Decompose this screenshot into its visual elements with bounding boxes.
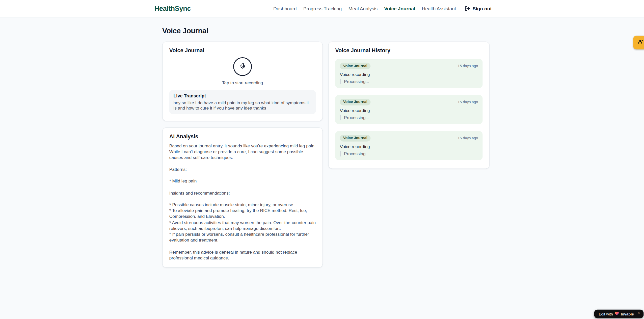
entry-header: Voice Journal 15 days ago: [340, 99, 478, 105]
sign-out-label: Sign out: [473, 6, 492, 11]
ai-analysis-title: AI Analysis: [169, 133, 316, 140]
entry-title: Voice recording: [340, 108, 478, 113]
top-navbar: HealthSync Dashboard Progress Tracking M…: [0, 0, 644, 17]
entry-type-badge: Voice Journal: [340, 63, 371, 69]
entry-header: Voice Journal 15 days ago: [340, 63, 478, 69]
tap-to-record-hint: Tap to start recording: [222, 80, 263, 85]
primary-nav: Dashboard Progress Tracking Meal Analysi…: [273, 6, 492, 11]
ai-analysis-card: AI Analysis Based on your journal entry,…: [162, 127, 323, 268]
edit-with-lovable-badge[interactable]: Edit with lovable ×: [594, 310, 644, 318]
lovable-prefix-label: Edit with: [599, 312, 613, 316]
voice-recorder-card: Voice Journal Tap to start rec: [162, 41, 323, 121]
nav-item-meal-analysis[interactable]: Meal Analysis: [348, 6, 378, 11]
recorder-area: Tap to start recording: [169, 57, 316, 85]
entry-header: Voice Journal 15 days ago: [340, 135, 478, 141]
caret-logo-icon: [637, 39, 643, 46]
recorder-card-title: Voice Journal: [169, 47, 316, 54]
microphone-icon: [239, 63, 246, 70]
nav-item-progress-tracking[interactable]: Progress Tracking: [303, 6, 342, 11]
brand-logo[interactable]: HealthSync: [154, 5, 191, 12]
entry-title: Voice recording: [340, 144, 478, 149]
nav-item-voice-journal[interactable]: Voice Journal: [384, 6, 415, 11]
navbar-inner: HealthSync Dashboard Progress Tracking M…: [154, 5, 492, 12]
history-entry[interactable]: Voice Journal 15 days ago Voice recordin…: [335, 95, 483, 124]
entry-type-badge: Voice Journal: [340, 99, 371, 105]
history-entry[interactable]: Voice Journal 15 days ago Voice recordin…: [335, 59, 483, 88]
assistant-floating-badge[interactable]: [633, 36, 644, 49]
entry-title: Voice recording: [340, 72, 478, 77]
entry-timestamp: 15 days ago: [458, 100, 478, 104]
entry-status: Processing...: [340, 79, 478, 84]
voice-journal-history-card: Voice Journal History Voice Journal 15 d…: [328, 41, 490, 169]
record-button[interactable]: [233, 57, 252, 76]
history-entry[interactable]: Voice Journal 15 days ago Voice recordin…: [335, 131, 483, 160]
app-window: HealthSync Dashboard Progress Tracking M…: [0, 0, 644, 319]
live-transcript-title: Live Transcript: [173, 93, 312, 98]
live-transcript-box: Live Transcript hey so like I do have a …: [169, 90, 316, 114]
content-grid: Voice Journal Tap to start rec: [162, 41, 489, 268]
lovable-brand-label: lovable: [621, 312, 634, 316]
history-card-title: Voice Journal History: [335, 47, 483, 54]
entry-timestamp: 15 days ago: [458, 64, 478, 68]
main-content: Voice Journal Voice Journal: [162, 26, 489, 268]
entry-type-badge: Voice Journal: [340, 135, 371, 141]
page-title: Voice Journal: [162, 26, 489, 35]
ai-analysis-body: Based on your journal entry, it sounds l…: [169, 143, 316, 261]
left-column: Voice Journal Tap to start rec: [162, 41, 323, 268]
log-out-icon: [465, 6, 470, 11]
close-icon[interactable]: ×: [638, 311, 640, 315]
heart-icon: [614, 311, 619, 316]
entry-timestamp: 15 days ago: [458, 136, 478, 140]
nav-item-health-assistant[interactable]: Health Assistant: [422, 6, 456, 11]
entry-status: Processing...: [340, 151, 478, 156]
sign-out-button[interactable]: Sign out: [465, 6, 492, 11]
live-transcript-text: hey so like I do have a mild pain in my …: [173, 100, 312, 111]
entry-status: Processing...: [340, 115, 478, 120]
nav-item-dashboard[interactable]: Dashboard: [273, 6, 297, 11]
